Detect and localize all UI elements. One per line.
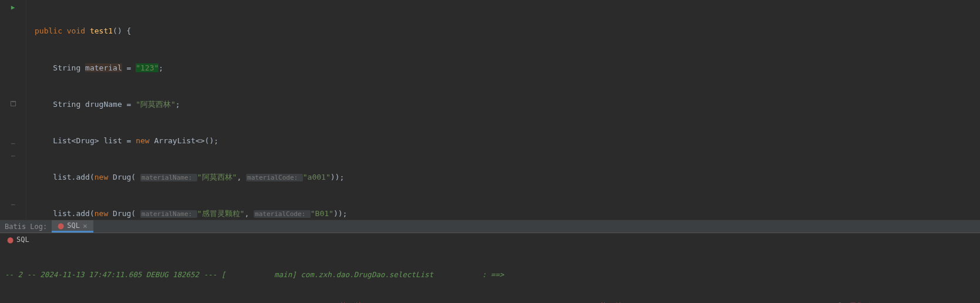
editor-gutter: ▶ ⎯ ⎯ ⎯ xyxy=(0,0,26,220)
code-editor[interactable]: ▶ ⎯ ⎯ ⎯ public void test1() { String mat… xyxy=(0,0,980,220)
panel-subtabs: ⬤ SQL xyxy=(0,233,980,246)
bug-icon: ⬤ xyxy=(58,223,64,229)
run-icon[interactable]: ▶ xyxy=(11,4,15,11)
code-line: String material = "123"; xyxy=(35,62,980,75)
bug-icon: ⬤ xyxy=(7,237,14,243)
fold-end-icon: ⎯ xyxy=(11,198,15,206)
fold-end-icon: ⎯ xyxy=(11,149,15,157)
panel-tabs-bar: Batis Log: ⬤ SQL × xyxy=(0,220,980,233)
code-content[interactable]: public void test1() { String material = … xyxy=(26,0,980,220)
panel-title: Batis Log: xyxy=(0,220,52,233)
log-line-debug: -- 2 -- 2024-11-13 17:47:11.605 DEBUG 18… xyxy=(5,270,975,280)
code-line: List<Drug> list = new ArrayList<>(); xyxy=(35,135,980,147)
fold-icon[interactable] xyxy=(11,101,16,106)
code-line: public void test1() { xyxy=(35,25,980,38)
code-line: list.add(new Drug( materialName: "阿莫西林",… xyxy=(35,171,980,184)
code-line: String drugName = "阿莫西林"; xyxy=(35,99,980,111)
tab-label: SQL xyxy=(67,221,80,230)
close-icon[interactable]: × xyxy=(83,221,87,230)
bottom-tool-panel: Batis Log: ⬤ SQL × ⬤ SQL -- 2 -- 2024-11… xyxy=(0,220,980,303)
tab-sql[interactable]: ⬤ SQL × xyxy=(52,220,93,233)
fold-end-icon: ⎯ xyxy=(11,137,15,144)
subtab-sql[interactable]: ⬤ SQL xyxy=(7,235,29,244)
subtab-label: SQL xyxy=(16,235,29,244)
log-output[interactable]: -- 2 -- 2024-11-13 17:47:11.605 DEBUG 18… xyxy=(0,246,980,303)
code-line: list.add(new Drug( materialName: "感冒灵颗粒"… xyxy=(35,208,980,220)
